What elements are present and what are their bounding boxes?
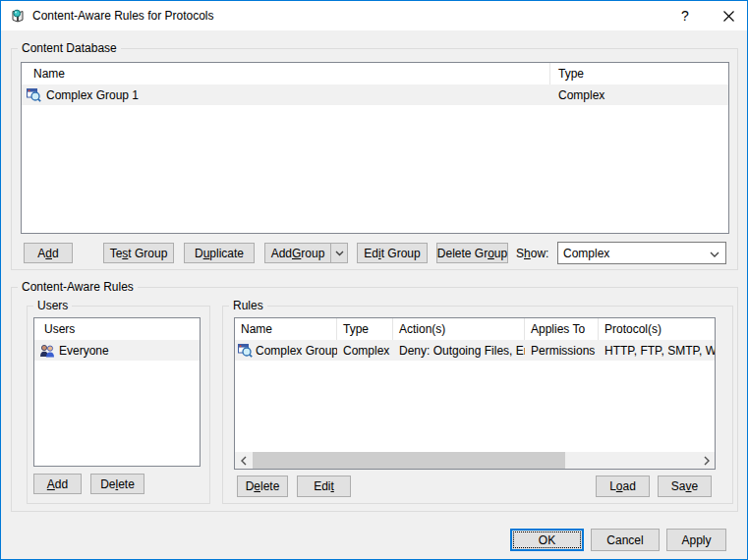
load-button[interactable]: Load [596,476,650,497]
row-type: Complex [558,88,604,102]
row-name: Complex Group 1 [46,88,139,102]
complex-group-icon [27,88,41,102]
rules-edit-button[interactable]: Edit [297,476,351,497]
add-group-button[interactable]: Add Group [265,244,330,262]
add-button[interactable]: Add [24,243,73,263]
help-icon: ? [681,8,689,24]
show-combobox[interactable]: Complex [557,242,726,264]
add-group-split-button: Add Group [264,243,348,263]
window-title: Content-Aware Rules for Protocols [32,1,214,30]
rule-protocols: HTTP, FTP, SMTP, Web [604,344,715,358]
rule-type: Complex [343,344,389,358]
close-icon [723,11,734,22]
rules-horizontal-scrollbar [235,452,715,469]
column-header-type[interactable]: Type [337,318,393,340]
show-combobox-value: Complex [563,247,609,260]
chevron-down-icon [335,251,344,256]
users-row-everyone[interactable]: Everyone [34,340,200,361]
rule-applies-to: Permissions [531,344,595,358]
users-add-button[interactable]: Add [33,474,82,494]
add-group-dropdown-button[interactable] [330,244,347,262]
content-aware-rules-group-label: Content-Aware Rules [18,280,138,294]
rules-row[interactable]: Complex Group 1 Complex Deny: Outgoing F… [235,340,715,361]
rules-group-label: Rules [229,299,267,312]
scrollbar-thumb[interactable] [253,452,565,469]
app-icon [10,8,26,24]
dialog-content-aware-rules: Content-Aware Rules for Protocols ? Cont… [0,0,748,560]
users-list: Users Everyone [33,317,201,467]
users-group-label: Users [33,299,72,312]
close-button[interactable] [711,1,746,30]
apply-button[interactable]: Apply [666,529,726,551]
content-database-list-header: Name Type [22,63,728,84]
column-header-applies-to[interactable]: Applies To [525,318,599,340]
save-button[interactable]: Save [658,476,712,497]
chevron-right-icon [704,456,710,466]
users-list-header: Users [34,318,200,340]
scroll-right-button[interactable] [698,452,715,469]
content-database-row[interactable]: Complex Group 1 Complex [22,84,728,105]
help-button[interactable]: ? [667,1,703,30]
row-user-name: Everyone [59,344,109,358]
content-database-list: Name Type Complex Group 1 Complex [21,62,729,234]
column-header-type[interactable]: Type [550,63,728,84]
ok-button[interactable]: OK [510,529,584,551]
cancel-button[interactable]: Cancel [591,529,660,551]
rule-name: Complex Group 1 [256,344,337,358]
content-database-group-label: Content Database [18,41,121,55]
complex-group-icon [238,344,253,358]
column-header-protocols[interactable]: Protocol(s) [599,318,715,340]
duplicate-button[interactable]: Duplicate [184,243,255,263]
column-header-name[interactable]: Name [235,318,337,340]
users-icon [39,344,54,358]
show-label: Show: [516,243,548,263]
rule-actions: Deny: Outgoing Files, En... [399,344,525,358]
rules-list: Name Type Action(s) Applies To Protocol(… [234,317,716,470]
rules-delete-button[interactable]: Delete [237,476,288,497]
test-group-button[interactable]: Test Group [103,243,174,263]
column-header-actions[interactable]: Action(s) [393,318,525,340]
chevron-left-icon [241,456,247,466]
title-bar: Content-Aware Rules for Protocols ? [1,1,747,30]
column-header-users[interactable]: Users [34,318,200,340]
users-delete-button[interactable]: Delete [90,474,144,494]
edit-group-button[interactable]: Edit Group [357,243,428,263]
scroll-left-button[interactable] [235,452,252,469]
rules-list-header: Name Type Action(s) Applies To Protocol(… [235,318,715,340]
delete-group-button[interactable]: Delete Group [436,243,508,263]
chevron-down-icon [710,252,719,257]
column-header-name[interactable]: Name [22,63,550,84]
